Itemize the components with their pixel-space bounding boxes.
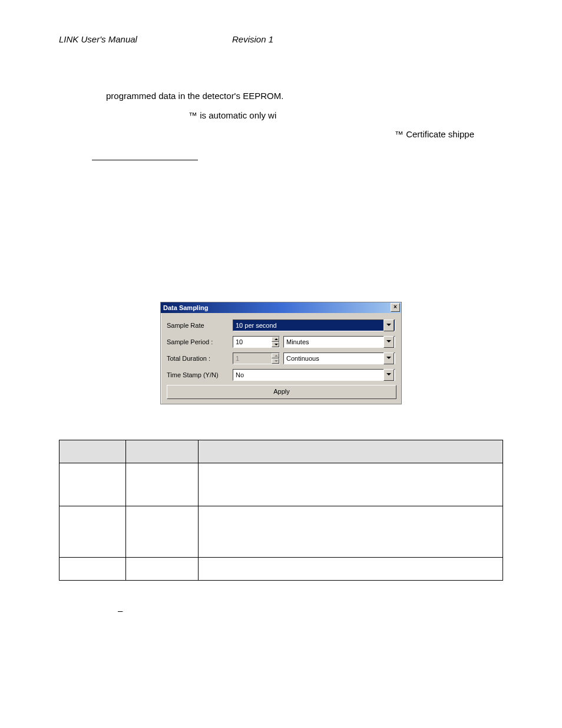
sample-rate-label: Sample Rate xyxy=(167,322,233,329)
parameters-table xyxy=(59,440,503,581)
table-header-cell xyxy=(199,440,503,463)
dialog-titlebar: Data Sampling × xyxy=(161,302,401,313)
chevron-down-icon[interactable] xyxy=(384,369,394,381)
table-row xyxy=(59,506,503,557)
dialog-title: Data Sampling xyxy=(163,304,208,311)
page-header: LINK User's Manual Revision 1 xyxy=(59,34,503,44)
time-stamp-label: Time Stamp (Y/N) xyxy=(167,371,233,378)
sample-rate-value: 10 per second xyxy=(233,321,383,330)
time-stamp-value: No xyxy=(233,370,383,380)
spinner-up-icon[interactable] xyxy=(272,337,279,342)
sample-period-unit-dropdown[interactable]: Minutes xyxy=(283,336,395,348)
time-stamp-dropdown[interactable]: No xyxy=(233,369,395,381)
chevron-down-icon[interactable] xyxy=(384,336,394,348)
chevron-down-icon[interactable] xyxy=(384,353,394,364)
table-header-row xyxy=(59,440,503,463)
table-cell xyxy=(199,463,503,506)
sample-period-spinner[interactable] xyxy=(233,336,280,348)
table-header-cell xyxy=(59,440,126,463)
spinner-up-icon xyxy=(272,353,279,358)
total-duration-label: Total Duration : xyxy=(167,355,233,362)
body-line-2: ™ is automatic only wi xyxy=(189,107,503,124)
total-duration-unit-dropdown[interactable]: Continuous xyxy=(283,353,395,364)
body-line-3: ™ Certificate shippe xyxy=(395,126,503,143)
table-cell xyxy=(59,557,126,580)
footer-dash: – xyxy=(118,605,503,615)
sample-period-unit: Minutes xyxy=(284,337,383,347)
total-duration-input xyxy=(233,353,272,364)
total-duration-unit: Continuous xyxy=(284,354,383,363)
data-sampling-dialog: Data Sampling × Sample Rate 10 per secon… xyxy=(160,302,402,404)
body-line-1: programmed data in the detector's EEPROM… xyxy=(106,88,503,105)
sample-period-label: Sample Period : xyxy=(167,338,233,345)
close-icon[interactable]: × xyxy=(391,303,400,312)
table-cell xyxy=(126,557,199,580)
table-cell xyxy=(59,463,126,506)
table-cell xyxy=(126,506,199,557)
apply-button[interactable]: Apply xyxy=(167,385,396,399)
table-cell xyxy=(126,463,199,506)
spinner-down-icon[interactable] xyxy=(272,342,279,347)
sample-rate-dropdown[interactable]: 10 per second xyxy=(233,319,395,331)
total-duration-spinner xyxy=(233,353,280,364)
table-cell xyxy=(199,557,503,580)
table-row xyxy=(59,557,503,580)
table-cell xyxy=(199,506,503,557)
spinner-down-icon xyxy=(272,358,279,364)
table-cell xyxy=(59,506,126,557)
section-rule xyxy=(92,160,198,160)
table-header-cell xyxy=(126,440,199,463)
table-row xyxy=(59,463,503,506)
header-left: LINK User's Manual xyxy=(59,34,230,44)
header-center: Revision 1 xyxy=(230,34,273,44)
sample-period-input[interactable] xyxy=(233,337,272,347)
chevron-down-icon[interactable] xyxy=(384,319,394,331)
